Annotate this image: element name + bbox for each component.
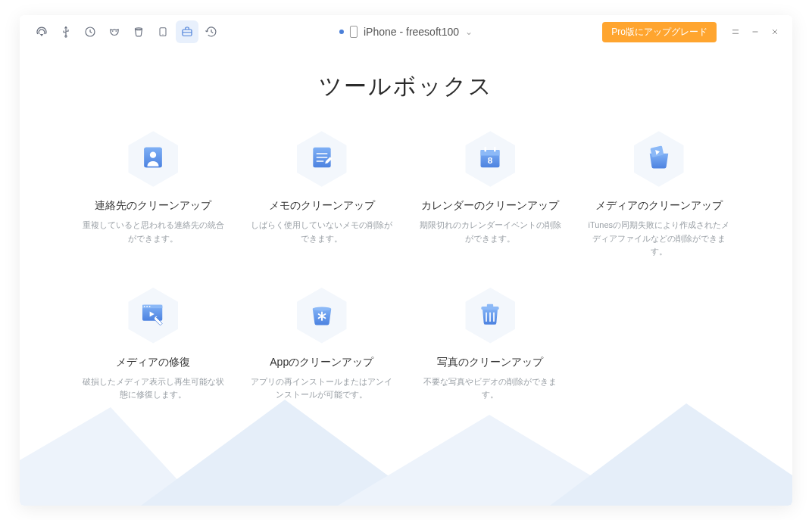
menu-icon[interactable]	[729, 25, 742, 39]
svg-rect-25	[487, 304, 493, 307]
svg-point-20	[144, 306, 145, 307]
tool-desc: 不要な写真やビデオの削除ができます。	[418, 375, 562, 402]
usb-icon[interactable]	[55, 20, 77, 43]
svg-point-6	[162, 34, 163, 35]
tool-app-cleanup[interactable]: Appのクリーンアップ アプリの再インストールまたはアンインストールが可能です。	[242, 282, 403, 406]
tool-photo-cleanup[interactable]: 写真のクリーンアップ 不要な写真やビデオの削除ができます。	[410, 282, 571, 406]
tool-desc: iTunesの同期失敗により作成されたメディアファイルなどの削除ができます。	[587, 219, 731, 259]
trash-icon	[475, 299, 505, 332]
svg-rect-15	[494, 147, 496, 152]
tool-desc: しばらく使用していないメモの削除ができます。	[250, 219, 394, 245]
device-selector[interactable]: iPhone - freesoft100 ⌄	[339, 26, 473, 38]
clock-icon[interactable]	[79, 20, 102, 43]
svg-rect-19	[142, 305, 162, 308]
device-label: iPhone - freesoft100	[364, 26, 459, 38]
tool-desc: 重複していると思われる連絡先の統合ができます。	[81, 219, 225, 245]
tool-media-repair[interactable]: メディアの修復 破損したメディア表示し再生可能な状態に修復します。	[73, 282, 234, 406]
svg-point-23	[313, 307, 332, 310]
svg-point-2	[112, 31, 114, 33]
svg-text:8: 8	[488, 155, 493, 165]
tool-media-cleanup[interactable]: メディアのクリーンアップ iTunesの同期失敗により作成されたメディアファイル…	[579, 125, 740, 263]
tool-title: メディアの修復	[116, 356, 190, 369]
airplay-icon[interactable]	[30, 20, 53, 43]
upgrade-pro-button[interactable]: Pro版にアップグレード	[602, 22, 717, 42]
history-icon[interactable]	[200, 20, 223, 43]
toolbar: iPhone - freesoft100 ⌄ Pro版にアップグレード	[20, 15, 792, 48]
tool-title: Appのクリーンアップ	[270, 356, 373, 369]
toolbar-right: Pro版にアップグレード	[602, 22, 782, 42]
tool-title: カレンダーのクリーンアップ	[421, 199, 559, 213]
status-dot-icon	[339, 30, 344, 34]
toolbox-icon[interactable]	[176, 20, 198, 43]
app-bin-icon	[306, 298, 338, 333]
svg-rect-13	[481, 150, 500, 156]
tools-grid: 連絡先のクリーンアップ 重複していると思われる連絡先の統合ができます。 メモのク…	[20, 102, 792, 406]
repair-icon	[137, 298, 169, 333]
note-icon	[307, 142, 337, 176]
window-controls	[729, 25, 782, 39]
calendar-icon: 8	[475, 142, 505, 176]
toolbar-nav	[30, 20, 223, 43]
minimize-icon[interactable]	[748, 25, 762, 39]
tool-calendar-cleanup[interactable]: 8 カレンダーのクリーンアップ 期限切れのカレンダーイベントの削除ができます。	[410, 125, 571, 263]
tool-desc: 破損したメディア表示し再生可能な状態に修復します。	[81, 375, 225, 402]
svg-point-21	[147, 306, 148, 307]
svg-point-0	[65, 36, 67, 37]
media-bin-icon	[643, 142, 675, 176]
tablet-icon[interactable]	[151, 20, 174, 43]
phone-icon	[350, 26, 358, 38]
close-icon[interactable]	[768, 25, 782, 39]
tool-title: メディアのクリーンアップ	[595, 199, 723, 213]
svg-point-22	[149, 306, 151, 307]
svg-rect-14	[485, 147, 487, 152]
page-title: ツールボックス	[20, 71, 792, 102]
tool-title: 写真のクリーンアップ	[437, 356, 543, 369]
tool-desc: 期限切れのカレンダーイベントの削除ができます。	[418, 219, 562, 245]
tool-desc: アプリの再インストールまたはアンインストールが可能です。	[250, 375, 394, 402]
svg-point-10	[150, 152, 156, 158]
bucket-icon[interactable]	[127, 20, 150, 43]
app-window: iPhone - freesoft100 ⌄ Pro版にアップグレード ツールボ…	[20, 15, 792, 506]
chevron-down-icon: ⌄	[465, 26, 473, 37]
tool-title: メモのクリーンアップ	[269, 199, 375, 213]
footer-decoration	[20, 392, 792, 506]
tool-title: 連絡先のクリーンアップ	[95, 199, 211, 213]
contact-icon	[138, 142, 168, 176]
svg-point-3	[116, 31, 117, 33]
tool-contacts-cleanup[interactable]: 連絡先のクリーンアップ 重複していると思われる連絡先の統合ができます。	[73, 125, 234, 263]
tool-notes-cleanup[interactable]: メモのクリーンアップ しばらく使用していないメモの削除ができます。	[242, 125, 403, 263]
mask-icon[interactable]	[103, 20, 126, 43]
